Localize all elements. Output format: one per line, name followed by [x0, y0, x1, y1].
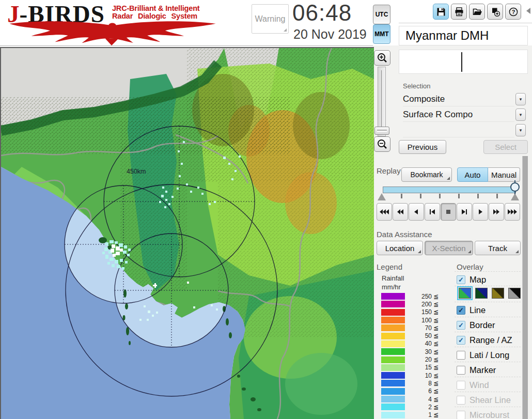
checkbox-marker[interactable] [457, 366, 465, 375]
forward-to-end-button[interactable] [505, 203, 520, 221]
checkbox-range-az[interactable] [457, 336, 465, 345]
legend-color-swatch [381, 333, 405, 339]
overlay-row-wind: Wind [457, 379, 489, 391]
forward-to-end-icon [507, 208, 518, 215]
dropdown-arrow-1[interactable]: ▼ [515, 93, 526, 105]
selection-field-2[interactable]: Surface R Compo [403, 108, 514, 122]
warning-button[interactable]: Warning [252, 4, 289, 34]
legend-color-swatch [381, 404, 405, 410]
dropdown-arrow-3[interactable]: ▼ [515, 124, 526, 136]
map-style-swatches [459, 288, 521, 299]
rewind-to-start-icon [379, 208, 389, 215]
step-forward-icon [459, 208, 470, 215]
range-ring-label: 450km [127, 168, 146, 175]
legend-row: 10≦ [381, 371, 439, 379]
legend-row: 250≦ [381, 292, 439, 300]
print-button[interactable] [451, 4, 467, 20]
map-style-dark-green-navy[interactable] [475, 288, 488, 299]
checkbox-border[interactable] [457, 321, 465, 330]
selection-field-3[interactable] [403, 123, 514, 137]
save-button[interactable] [433, 4, 449, 20]
timezone-mmt-button[interactable]: MMT [373, 24, 390, 44]
location-button[interactable]: Location [377, 241, 423, 255]
play-backward-button[interactable] [409, 203, 424, 221]
map-style-gray-black[interactable] [508, 288, 521, 299]
dropdown-arrow-2[interactable]: ▼ [515, 108, 526, 121]
selection-field-1[interactable]: Composite [403, 92, 514, 106]
legend-row: 20≦ [381, 355, 439, 363]
text-cursor [461, 52, 462, 72]
selection-label: Selection [403, 82, 430, 90]
overlay-row-microburst: Microburst [457, 409, 509, 419]
radar-map[interactable]: 450km [0, 47, 374, 419]
track-button[interactable]: Track [475, 241, 521, 255]
map-style-green-blue[interactable] [459, 288, 471, 299]
help-button[interactable]: ? [505, 4, 521, 20]
eagle-logo-icon [3, 21, 222, 45]
step-backward-button[interactable] [425, 203, 440, 221]
slider-start-marker[interactable] [378, 193, 386, 200]
select-button[interactable]: Select [483, 140, 528, 154]
jbirds-application: J-BIRDS JRC-Brilliant & Intelligent Rada… [0, 0, 532, 419]
timezone-utc-button[interactable]: UTC [373, 5, 390, 24]
legend-color-swatch [381, 317, 405, 323]
fast-rewind-button[interactable] [393, 203, 408, 221]
open-file-button[interactable] [469, 4, 485, 20]
previous-button[interactable]: Previous [399, 140, 446, 154]
panel-divider [399, 23, 532, 23]
checkbox-microburst [457, 411, 465, 419]
play-backward-icon [411, 208, 421, 215]
step-forward-button[interactable] [457, 203, 472, 221]
station-input-field[interactable] [399, 50, 528, 74]
clock-time: 06:48 [292, 0, 352, 26]
legend-row: 2≦ [381, 403, 439, 411]
add-window-button[interactable] [487, 4, 503, 20]
replay-time-slider[interactable] [383, 187, 516, 193]
question-mark-icon: ? [508, 7, 519, 17]
overlay-row-range-az: Range / AZ [457, 334, 512, 346]
rewind-to-start-button[interactable] [377, 203, 392, 221]
checkbox-wind [457, 381, 465, 390]
legend-color-swatch [381, 412, 405, 418]
step-backward-icon [427, 208, 437, 215]
checkbox-line[interactable] [457, 306, 465, 315]
map-zoom-out-button[interactable] [374, 136, 390, 152]
map-zoom-in-button[interactable] [374, 50, 390, 66]
legend-color-swatch [381, 356, 405, 363]
legend-subtitle-rainfall: Rainfall [382, 274, 404, 282]
add-document-icon [490, 7, 500, 17]
playback-controls [377, 203, 520, 221]
map-style-olive-dark[interactable] [492, 288, 504, 299]
legend-row: 4≦ [381, 395, 439, 403]
auto-mode-button[interactable]: Auto [457, 167, 488, 182]
fast-forward-icon [491, 208, 502, 215]
slider-end-marker[interactable] [511, 193, 519, 200]
legend-row: 70≦ [381, 324, 439, 332]
stop-button[interactable] [441, 203, 456, 221]
play-forward-button[interactable] [473, 203, 488, 221]
map-zoom-slider-track[interactable] [378, 67, 386, 136]
open-folder-icon [472, 7, 482, 17]
slider-handle[interactable] [510, 182, 520, 192]
legend-color-swatch [381, 348, 405, 355]
legend-title: Legend [377, 262, 402, 271]
legend-color-swatch [381, 372, 405, 379]
slider-tick [401, 194, 402, 198]
legend-row: 200≦ [381, 300, 439, 308]
checkbox-lati-long[interactable] [457, 351, 465, 360]
checkbox-map[interactable] [457, 275, 465, 284]
panel-scrollbar[interactable] [522, 156, 528, 419]
legend-row: 50≦ [381, 332, 439, 339]
bookmark-button[interactable]: Bookmark [401, 167, 452, 182]
fast-forward-button[interactable] [489, 203, 504, 221]
manual-mode-button[interactable]: Manual [488, 167, 520, 182]
collapse-panel-arrow[interactable] [526, 8, 530, 14]
legend-row: 150≦ [381, 308, 439, 316]
x-section-button[interactable]: X-Section [425, 241, 473, 255]
map-zoom-slider-handle[interactable] [374, 127, 389, 135]
slider-tick [439, 194, 441, 198]
legend-color-swatch [381, 388, 405, 395]
floppy-disk-icon [436, 7, 446, 17]
legend-color-swatch [381, 396, 405, 402]
overlay-row-line: Line [457, 304, 486, 316]
